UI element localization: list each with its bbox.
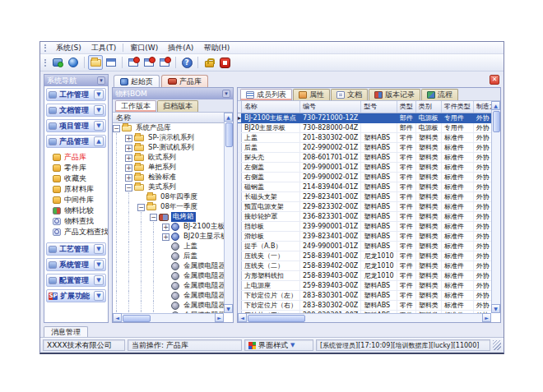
- tree-item-后盖[interactable]: 后盖: [113, 251, 224, 261]
- tab-属性[interactable]: 属性: [293, 89, 330, 100]
- expand-plus-icon[interactable]: +: [125, 135, 132, 142]
- window-save-button[interactable]: [142, 55, 156, 70]
- scroll-up-icon[interactable]: ▲: [491, 101, 500, 110]
- tree-item-上盖[interactable]: 上盖: [113, 242, 224, 251]
- table-row[interactable]: 预置电源支架229-823302-00Z塑料ABS零件塑料类标准件外协条: [238, 201, 491, 211]
- menubar-grip[interactable]: [44, 44, 47, 52]
- window-close-button[interactable]: [157, 55, 172, 70]
- chevron-down-icon[interactable]: ▼: [94, 260, 104, 270]
- help-button[interactable]: [179, 55, 194, 70]
- tree-vertical-scrollbar[interactable]: ▲ ▼: [224, 113, 233, 313]
- tree-item-SP-演示机系列[interactable]: +SP-演示机系列: [113, 133, 224, 143]
- table-row[interactable]: ▸BJ-2100主板单点730-721000-12Z部件电源板专用件外协颗: [238, 113, 491, 122]
- layout-button[interactable]: [104, 55, 118, 70]
- tree-column-header[interactable]: 名称: [113, 113, 224, 123]
- chevron-down-icon[interactable]: ▼: [94, 105, 104, 115]
- tab-成员列表[interactable]: 成员列表: [240, 89, 292, 100]
- tree-item-SP-测试机系列[interactable]: +SP-测试机系列: [113, 143, 224, 153]
- tab-流程[interactable]: 流程: [421, 89, 458, 100]
- table-row[interactable]: 滑纱板239-823401-00Z塑料ABS零件塑料类标准件外协条: [238, 231, 491, 241]
- tab-文档[interactable]: 文档: [331, 89, 368, 100]
- sidebar-group-系统管理[interactable]: 系统管理▼: [46, 258, 106, 271]
- chevron-down-icon[interactable]: ▼: [94, 275, 104, 285]
- scroll-right-icon[interactable]: ►: [482, 313, 491, 322]
- scroll-down-icon[interactable]: ▼: [491, 304, 500, 313]
- sidebar-item-零件库[interactable]: 零件库: [46, 163, 106, 173]
- expand-plus-icon[interactable]: +: [125, 174, 132, 182]
- tree-item-单把系列[interactable]: +单把系列: [113, 163, 224, 173]
- table-row[interactable]: 下纱定位片（右）283-830302-00Z塑料ABS零件塑料类标准件外协条: [238, 300, 491, 310]
- tree-item-金属膜电阻器[interactable]: 金属膜电阻器: [113, 261, 224, 271]
- lock-button[interactable]: [202, 55, 216, 70]
- table-row[interactable]: 下纱定位片（左）283-830301-00Z塑料ABS零件塑料类标准件外协条: [238, 290, 491, 300]
- sidebar-item-产品库[interactable]: 产品库: [46, 152, 106, 163]
- toolbar-grip[interactable]: [44, 59, 47, 67]
- sidebar-item-物料比较[interactable]: 物料比较: [46, 205, 106, 216]
- resize-grip[interactable]: [493, 340, 501, 350]
- sidebar-item-中间件库[interactable]: 中间件库: [46, 195, 106, 205]
- sidebar-group-文档管理[interactable]: 文档管理▼: [46, 104, 106, 117]
- tree-item-欧式系列[interactable]: +欧式系列: [113, 153, 224, 163]
- sidebar-group-工艺管理[interactable]: 工艺管理▼: [46, 242, 106, 256]
- tree-horizontal-scrollbar[interactable]: ◄ ►: [113, 313, 224, 322]
- tab-工作版本[interactable]: 工作版本: [115, 100, 156, 112]
- tree-hscroll-thumb[interactable]: [123, 315, 151, 322]
- ui-style-button[interactable]: 界面样式 ▼: [244, 339, 313, 351]
- sidebar-item-物料查找[interactable]: 物料查找: [46, 216, 106, 227]
- column-header-类型[interactable]: 类型: [397, 101, 415, 113]
- chevron-down-icon[interactable]: ▼: [94, 291, 104, 301]
- collapse-minus-icon[interactable]: −: [113, 125, 120, 132]
- tree-item-系统产品库[interactable]: −系统产品库: [113, 123, 224, 133]
- folder-button[interactable]: [88, 55, 103, 70]
- table-row[interactable]: 提手（A.B）249-990001-01Z塑料ABS零件塑料类标准件外协条: [238, 241, 491, 251]
- menu-item-5[interactable]: 帮助(H): [198, 42, 234, 54]
- table-row[interactable]: 压线夹（二）258-839402-00Z尼龙1010零件塑料类标准件外协条: [238, 261, 491, 270]
- expand-plus-icon[interactable]: +: [162, 233, 169, 241]
- table-row[interactable]: 上电源座259-839403-00Z塑料ABS零件塑料类标准件外协条: [238, 280, 491, 290]
- tree-item-08年一季度[interactable]: −08年一季度: [113, 202, 224, 212]
- sidebar-group-工作管理[interactable]: 工作管理▼: [46, 88, 106, 101]
- sidebar-group-产品管理[interactable]: 产品管理▲: [46, 135, 106, 148]
- table-row[interactable]: 挡纱板239-990001-01Z塑料ABS零件塑料类标准件外协条: [238, 221, 491, 231]
- sidebar-item-收藏夹[interactable]: 收藏夹: [46, 173, 106, 184]
- grid-horizontal-scrollbar[interactable]: ◄ ►: [238, 313, 491, 322]
- sidebar-group-配置管理[interactable]: 配置管理▼: [46, 274, 106, 287]
- table-row[interactable]: 长磁头支架229-823401-00Z塑料ABS零件塑料类标准件外协条: [238, 191, 491, 201]
- tree-item-08年四季度[interactable]: 08年四季度: [113, 192, 224, 202]
- table-row[interactable]: 压线夹（一）258-839401-00Z尼龙1010零件塑料类标准件外协条: [238, 251, 491, 261]
- chevron-down-icon[interactable]: ▼: [94, 121, 104, 131]
- expand-plus-icon[interactable]: +: [125, 164, 132, 172]
- scroll-right-icon[interactable]: ►: [215, 313, 224, 322]
- column-header-型号[interactable]: 型号: [361, 101, 397, 113]
- sidebar-item-原材料库[interactable]: 原材料库: [46, 184, 106, 195]
- table-row[interactable]: 左侧盖209-990001-01Z塑料ABS零件塑料类标准件外协条: [238, 162, 491, 172]
- tab-产品库[interactable]: 产品库: [161, 75, 208, 87]
- menu-item-4[interactable]: 插件(A): [163, 42, 198, 54]
- scroll-left-icon[interactable]: ◄: [238, 313, 247, 322]
- table-row[interactable]: 后盖202-990002-01Z塑料ABS零件塑料类标准件外协条: [238, 142, 491, 152]
- close-tab-button[interactable]: ✕: [490, 75, 499, 85]
- sidebar-item-产品文档查找[interactable]: 产品文档查找: [46, 227, 106, 238]
- sidebar-menu-icon[interactable]: ▾: [97, 76, 105, 85]
- tree-item-金属膜电阻器[interactable]: 金属膜电阻器: [113, 281, 224, 291]
- collapse-minus-icon[interactable]: −: [125, 184, 132, 191]
- tab-归档版本[interactable]: 归档版本: [157, 100, 198, 112]
- tree-item-金属膜电阻器[interactable]: 金属膜电阻器: [113, 301, 224, 311]
- workspace-button[interactable]: [50, 55, 65, 70]
- column-header-名称[interactable]: 名称: [242, 101, 300, 113]
- scroll-down-icon[interactable]: ▼: [224, 304, 233, 313]
- tree-item-BJ-2100主板单点[interactable]: +BJ-2100主板单点: [113, 222, 224, 232]
- tree-item-检验标准[interactable]: +检验标准: [113, 173, 224, 182]
- grid-hscroll-thumb[interactable]: [248, 315, 305, 322]
- chevron-up-icon[interactable]: ▲: [94, 136, 104, 146]
- table-row[interactable]: 磁钢盖214-839404-01Z塑料ABS零件塑料类标准件外协条: [238, 182, 491, 191]
- table-row[interactable]: 右侧盖209-990002-01Z塑料ABS零件塑料类标准件外协条: [238, 172, 491, 182]
- menu-item-2[interactable]: 工具(T): [86, 42, 122, 54]
- column-header-制造方式[interactable]: 制造方式: [473, 101, 491, 113]
- bom-panel-menu-icon[interactable]: ▾: [222, 90, 230, 98]
- expand-plus-icon[interactable]: +: [125, 145, 132, 152]
- column-header-编号[interactable]: 编号: [300, 101, 361, 113]
- column-header-零件类型[interactable]: 零件类型: [441, 101, 473, 113]
- table-row[interactable]: 上盖201-830302-00Z塑料ABS零件塑料类标准件外协条: [238, 132, 491, 142]
- globe-button[interactable]: [66, 55, 81, 70]
